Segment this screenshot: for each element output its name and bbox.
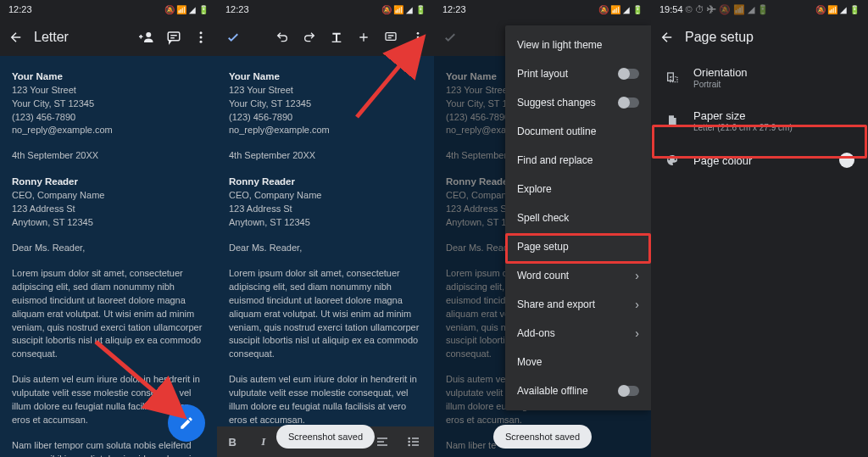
menu-document-outline[interactable]: Document outline [505, 117, 651, 146]
check-icon[interactable] [224, 28, 242, 47]
setting-value: Portrait [693, 80, 854, 89]
document-page[interactable]: Your Name 123 Your Street Your City, ST … [217, 56, 434, 457]
doc-title[interactable]: Letter [34, 30, 129, 45]
text-line: Anytown, ST 12345 [229, 216, 422, 230]
text-line: Your City, ST 12345 [12, 98, 205, 111]
svg-rect-7 [332, 42, 342, 42]
svg-point-10 [417, 36, 420, 39]
list-button[interactable] [407, 435, 431, 449]
svg-point-0 [146, 32, 151, 37]
sender-name: Your Name [229, 70, 422, 84]
text-line: CEO, Company Name [12, 189, 205, 203]
screen-page-setup: 19:54 © ⏱ ✈ 🔕 📶 ◢ 🔋 🔕 📶 ◢ 🔋 Page setup O… [651, 0, 868, 457]
undo-icon[interactable] [273, 28, 292, 47]
chevron-right-icon: › [635, 298, 639, 311]
clock-text: 12:23 [442, 4, 466, 14]
salutation: Dear Ms. Reader, [229, 242, 422, 255]
menu-find-replace[interactable]: Find and replace [505, 146, 651, 175]
align-button[interactable] [376, 435, 399, 449]
status-icons: 🔕 📶 ◢ 🔋 [164, 5, 209, 14]
overflow-menu: View in light theme Print layout Suggest… [505, 25, 651, 410]
add-person-icon[interactable] [137, 28, 156, 47]
recipient-name: Ronny Reader [229, 175, 422, 189]
setting-value: Letter (21.6 cm x 27.9 cm) [693, 123, 854, 132]
more-icon[interactable] [409, 28, 427, 47]
app-bar: Letter [0, 19, 217, 56]
app-bar [217, 19, 434, 56]
menu-addons[interactable]: Add-ons› [505, 319, 651, 348]
menu-available-offline[interactable]: Available offline [505, 376, 651, 405]
svg-point-9 [417, 32, 420, 35]
comment-icon[interactable] [164, 28, 183, 47]
row-page-colour[interactable]: Page colour [651, 142, 868, 178]
text-line: Anytown, ST 12345 [12, 216, 205, 230]
palette-icon [665, 153, 680, 168]
svg-point-13 [409, 437, 409, 438]
text-line: 123 Address St [229, 203, 422, 216]
bold-button[interactable]: B [220, 436, 244, 449]
text-line: (123) 456-7890 [229, 111, 422, 125]
plus-icon[interactable] [354, 28, 373, 47]
svg-point-15 [409, 444, 409, 445]
row-paper-size[interactable]: Paper size Letter (21.6 cm x 27.9 cm) [651, 99, 868, 142]
orientation-icon [665, 70, 680, 86]
comment-icon[interactable] [381, 28, 400, 47]
setting-label: Orientation [693, 66, 854, 79]
svg-rect-8 [386, 33, 396, 41]
document-page[interactable]: Your Name 123 Your Street Your City, ST … [0, 56, 217, 457]
menu-explore[interactable]: Explore [505, 175, 651, 203]
text-line: CEO, Company Name [229, 189, 422, 203]
menu-light-theme[interactable]: View in light theme [505, 31, 651, 59]
status-icons: 🔕 📶 ◢ 🔋 [598, 5, 643, 14]
para: Lorem ipsum dolor sit amet, consectetuer… [229, 267, 422, 362]
salutation: Dear Ms. Reader, [12, 242, 205, 255]
para: Lorem ipsum dolor sit amet, consectetuer… [12, 267, 205, 362]
text-line: Your City, ST 12345 [229, 98, 422, 111]
para: Duis autem vel eum iriure dolor in hendr… [229, 373, 422, 427]
status-bar: 12:23 🔕 📶 ◢ 🔋 [434, 0, 651, 19]
toast: Screenshot saved [276, 425, 375, 449]
chevron-right-icon: › [635, 269, 639, 282]
screen-menu: 12:23 🔕 📶 ◢ 🔋 Your Name 123 Your Street … [434, 0, 651, 457]
toggle-icon[interactable] [619, 69, 639, 79]
svg-point-2 [200, 31, 203, 34]
menu-page-setup[interactable]: Page setup [505, 232, 651, 261]
status-bar: 19:54 © ⏱ ✈ 🔕 📶 ◢ 🔋 🔕 📶 ◢ 🔋 [651, 0, 868, 19]
chevron-right-icon: › [635, 326, 639, 340]
more-icon[interactable] [192, 28, 210, 47]
toast: Screenshot saved [493, 425, 592, 449]
svg-point-3 [200, 36, 203, 39]
text-line: 123 Address St [12, 203, 205, 216]
menu-move[interactable]: Move [505, 348, 651, 376]
toggle-icon[interactable] [619, 386, 639, 396]
svg-rect-1 [168, 32, 180, 41]
text-line: 123 Your Street [12, 84, 205, 98]
paper-icon [665, 114, 680, 129]
row-orientation[interactable]: Orientation Portrait [651, 56, 868, 99]
check-icon[interactable] [441, 28, 459, 47]
menu-share-export[interactable]: Share and export› [505, 290, 651, 319]
menu-suggest-changes[interactable]: Suggest changes [505, 88, 651, 117]
menu-print-layout[interactable]: Print layout [505, 59, 651, 88]
screen-viewer: 12:23 🔕 📶 ◢ 🔋 Letter Your Name 123 Your … [0, 0, 217, 457]
setting-label: Paper size [693, 109, 854, 122]
clock-text: 12:23 [225, 4, 249, 14]
date-line: 4th September 20XX [12, 149, 205, 163]
back-icon[interactable] [658, 28, 676, 47]
text-line: no_reply@example.com [12, 124, 205, 137]
clock-text: 19:54 © ⏱ ✈ 🔕 📶 ◢ 🔋 [659, 4, 769, 15]
clock-text: 12:23 [8, 4, 32, 14]
redo-icon[interactable] [300, 28, 319, 47]
back-icon[interactable] [7, 28, 25, 47]
toggle-icon[interactable] [619, 98, 639, 108]
italic-button[interactable]: I [252, 435, 275, 449]
text-line: (123) 456-7890 [12, 111, 205, 125]
menu-word-count[interactable]: Word count› [505, 261, 651, 290]
menu-spell-check[interactable]: Spell check [505, 203, 651, 232]
recipient-name: Ronny Reader [12, 175, 205, 189]
status-bar: 12:23 🔕 📶 ◢ 🔋 [0, 0, 217, 19]
text-format-icon[interactable] [327, 28, 346, 47]
para: Nam liber tempor cum soluta nobis eleife… [12, 439, 205, 457]
status-bar: 12:23 🔕 📶 ◢ 🔋 [217, 0, 434, 19]
edit-fab[interactable] [168, 404, 205, 442]
